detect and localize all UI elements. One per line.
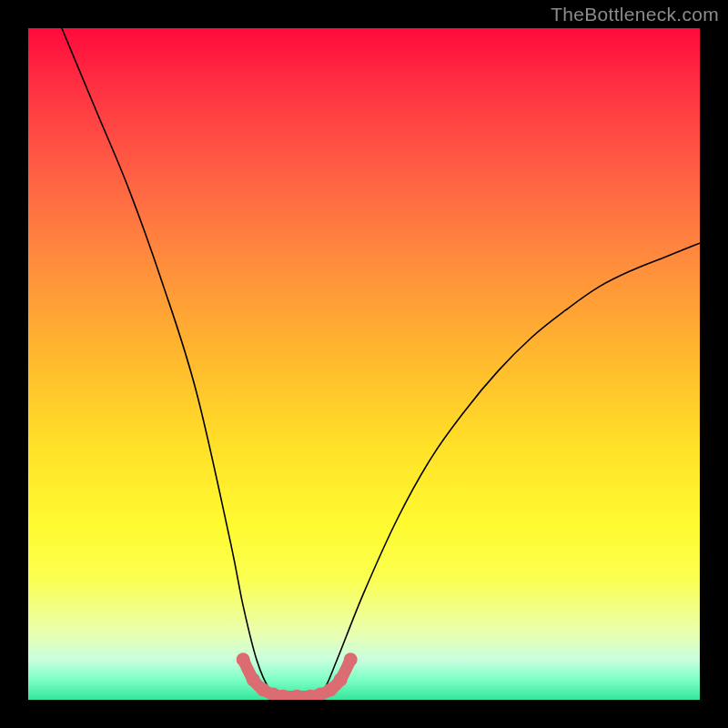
optimal-zone-dot (324, 682, 338, 696)
bottleneck-curve (62, 28, 700, 697)
curve-layer (28, 28, 700, 700)
watermark-text: TheBottleneck.com (551, 4, 719, 25)
plot-area (28, 28, 700, 700)
optimal-zone-dot (344, 652, 358, 666)
optimal-zone-dot (237, 652, 250, 666)
optimal-zone-dot (247, 672, 260, 686)
optimal-zone-dot (334, 672, 348, 686)
optimal-zone-dots (237, 652, 358, 700)
chart-container: TheBottleneck.com (0, 0, 728, 728)
